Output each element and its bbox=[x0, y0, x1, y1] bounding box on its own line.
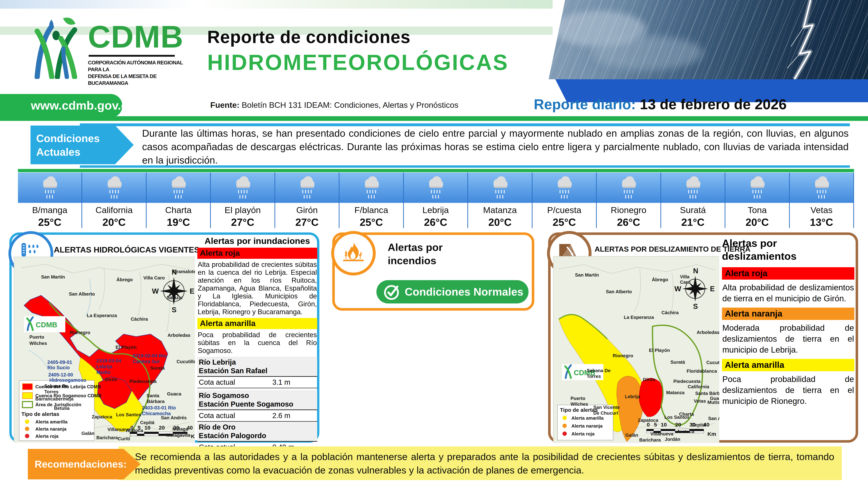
map-label: Matanza bbox=[666, 390, 685, 395]
map-label: Villa Caro bbox=[143, 275, 165, 281]
recommendations-text: Se recomienda a las autoridades y a la p… bbox=[118, 446, 842, 480]
map-label: Piedecuesta bbox=[673, 379, 701, 384]
map-label: Zapatoca bbox=[92, 414, 112, 420]
map-label: Los Santos bbox=[664, 415, 689, 420]
map-label: Wilches bbox=[29, 340, 47, 346]
map-label: Zapatoca bbox=[638, 418, 658, 423]
floods-red-alert-bar: Alerta roja bbox=[197, 248, 317, 259]
fires-title: Alertas por incendios bbox=[388, 241, 443, 267]
website-link[interactable]: www.cdmb.gov.co bbox=[0, 94, 122, 118]
report-date-value: 13 de febrero de 2026 bbox=[640, 96, 786, 112]
source-text: Boletín BCH 131 IDEAM: Condiciones, Aler… bbox=[240, 100, 459, 109]
city-temperature: 26°C bbox=[404, 216, 467, 228]
city-name: California bbox=[82, 205, 146, 215]
rain-cloud-icon bbox=[147, 172, 210, 203]
landslides-red-alert-bar: Alerta roja bbox=[722, 267, 855, 280]
map-label: 20 bbox=[675, 422, 681, 428]
station-metric: Cota actual bbox=[199, 378, 272, 386]
map-label: Ábrego bbox=[652, 277, 668, 282]
map-label: Los Santos bbox=[116, 412, 141, 417]
svg-text:Alerta amarilla: Alerta amarilla bbox=[571, 415, 604, 421]
city-temperature: 13°C bbox=[790, 216, 853, 228]
source-line: Fuente: Boletín BCH 131 IDEAM: Condicion… bbox=[210, 100, 458, 110]
rain-cloud-icon bbox=[468, 172, 532, 203]
map-label: Sabana De bbox=[587, 368, 611, 373]
map-label: Km bbox=[707, 431, 716, 437]
svg-text:Tipo de alertas: Tipo de alertas bbox=[21, 411, 59, 417]
svg-text:Tipo de alertas: Tipo de alertas bbox=[560, 407, 598, 413]
map-label: Guaca bbox=[710, 396, 719, 401]
map-label: Villanueva bbox=[650, 431, 674, 436]
map-label: El Playón bbox=[116, 345, 136, 350]
map-label: Sabana De bbox=[44, 383, 68, 389]
city-temperature: 25°C bbox=[18, 216, 82, 228]
map-label: Girón bbox=[643, 377, 655, 382]
map-label: Galán bbox=[625, 432, 638, 438]
map-label: Cachira Sur bbox=[132, 359, 160, 364]
city-temperature: 20°C bbox=[82, 216, 146, 228]
map-label: Ábrego bbox=[117, 277, 133, 282]
map-label: San Martín bbox=[575, 272, 599, 278]
station-header: Río Lebrija Estación San Rafael bbox=[197, 357, 317, 377]
city-name: Charta bbox=[147, 205, 210, 215]
landslides-title-line2: deslizamientos bbox=[722, 250, 855, 263]
page-title-line1: Reporte de condiciones bbox=[207, 27, 410, 47]
map-label: Barichara bbox=[96, 435, 118, 440]
storm-photo bbox=[546, 0, 868, 79]
landslides-panel: ALERTAS POR DESLIZAMIENTO DE TIERRA bbox=[548, 232, 858, 443]
station-header: Río Sogamoso Estación Puente Sogamoso bbox=[197, 390, 317, 410]
map-label: Arboledas bbox=[697, 330, 719, 335]
floods-text-column: Alertas por inundaciones Alerta roja Alt… bbox=[197, 236, 317, 453]
station-row: Cota actual 2.6 m bbox=[197, 410, 317, 422]
map-label: 2403-03-01 Río bbox=[142, 405, 176, 411]
map-label: Bárbara bbox=[147, 399, 165, 404]
conditions-top-rule bbox=[80, 123, 850, 126]
svg-text:S: S bbox=[693, 302, 698, 310]
weather-cell: Charta 19°C bbox=[147, 172, 211, 228]
map-label: La Esperanza bbox=[87, 313, 117, 318]
city-temperature: 27°C bbox=[211, 216, 274, 228]
svg-text:W: W bbox=[674, 285, 681, 293]
rain-cloud-icon bbox=[404, 172, 467, 203]
map-label: Piedecuesta bbox=[129, 379, 157, 384]
city-name: Vetas bbox=[790, 205, 853, 215]
map-label: Betulia bbox=[54, 405, 70, 411]
map-label: San Alberto bbox=[69, 291, 95, 297]
map-label: Cucutilla bbox=[706, 360, 719, 365]
map-label: Cucutilla bbox=[177, 359, 195, 364]
city-name: Rionegro bbox=[597, 205, 660, 215]
city-temperature: 20°C bbox=[725, 216, 789, 228]
rain-cloud-icon bbox=[211, 172, 274, 203]
rain-cloud-icon bbox=[532, 172, 596, 203]
weather-cell: Matanza 20°C bbox=[468, 172, 532, 228]
city-name: P/cuesta bbox=[532, 205, 596, 215]
rain-overlay bbox=[546, 0, 868, 79]
cdmb-logo: CDMB CORPORACIÓN AUTÓNOMA REGIONAL PARA … bbox=[27, 11, 188, 79]
map-label: Barrancabermeja bbox=[35, 396, 73, 401]
report-page: { "header": { "brand": "CDMB", "org_line… bbox=[0, 0, 868, 488]
report-date-line: Reporte diario: 13 de febrero de 2026 bbox=[534, 96, 786, 112]
rain-cloud-icon bbox=[18, 172, 82, 203]
station-row: Cota actual 3.1 m bbox=[197, 377, 317, 388]
map-label: Suratá bbox=[671, 359, 685, 365]
svg-text:S: S bbox=[172, 306, 177, 314]
city-name: Tona bbox=[725, 205, 789, 215]
map-label: Santa Bárbara bbox=[695, 391, 719, 396]
svg-text:N: N bbox=[693, 267, 698, 275]
map-label: Cáchira bbox=[661, 310, 679, 315]
weather-cell: Vetas 13°C bbox=[790, 172, 854, 228]
city-temperature: 27°C bbox=[275, 216, 339, 228]
weather-cell: F/blanca 25°C bbox=[339, 172, 404, 228]
city-name: Matanza bbox=[468, 205, 532, 215]
map-label: Rionegro bbox=[70, 330, 90, 335]
fire-icon bbox=[331, 231, 376, 275]
recommendations-label: Recomendaciones: bbox=[28, 449, 141, 479]
svg-text:CDMB: CDMB bbox=[36, 321, 57, 329]
floods-title: Alertas por inundaciones bbox=[197, 236, 317, 246]
svg-text:Alerta amarilla: Alerta amarilla bbox=[35, 419, 68, 424]
org-name-line2: DEFENSA DE LA MESETA DE BUCARAMANGA bbox=[88, 73, 188, 87]
conditions-label-line2: Actuales bbox=[36, 145, 134, 159]
map-label: Lebrija bbox=[96, 364, 113, 369]
river-name: Río de Oro bbox=[199, 423, 317, 431]
map-label: Galán bbox=[82, 431, 94, 436]
